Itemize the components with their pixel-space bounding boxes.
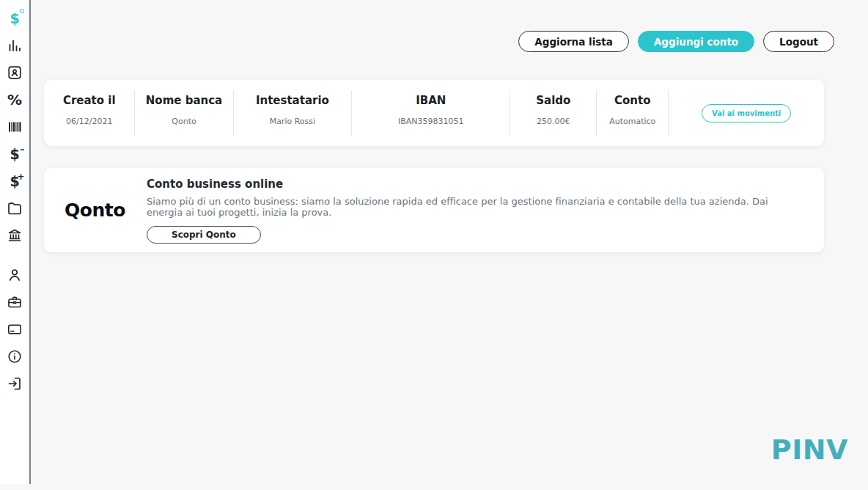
sidebar: $ % $– $+ xyxy=(0,0,31,484)
briefcase-icon[interactable] xyxy=(6,293,23,311)
dollar-sync-icon[interactable]: $ xyxy=(6,10,23,27)
cell-iban: IBAN359831051 xyxy=(398,117,464,126)
barcode-icon[interactable] xyxy=(6,118,23,136)
cell-conto: Automatico xyxy=(609,117,655,126)
qonto-logo: Qonto xyxy=(65,200,126,221)
column-header: Nome banca xyxy=(146,94,222,107)
promo-description: Siamo più di un conto business: siamo la… xyxy=(147,196,803,218)
info-icon[interactable] xyxy=(6,348,23,365)
folder-icon[interactable] xyxy=(6,200,23,217)
column-actions: Vai ai movimenti xyxy=(669,90,824,136)
discover-qonto-button[interactable]: Scopri Qonto xyxy=(147,226,261,244)
pinv-logo: PINV xyxy=(771,434,848,466)
add-account-button[interactable]: Aggiungi conto xyxy=(638,31,754,52)
column-header: IBAN xyxy=(416,94,446,107)
column-conto: Conto Automatico xyxy=(597,90,669,136)
cell-intestatario: Mario Rossi xyxy=(270,117,315,126)
topbar: Aggiorna lista Aggiungi conto Logout xyxy=(31,0,868,52)
column-header: Intestatario xyxy=(256,94,329,107)
refresh-list-button[interactable]: Aggiorna lista xyxy=(518,31,629,52)
accounts-table-row: Creato il 06/12/2021 Nome banca Qonto In… xyxy=(44,80,824,146)
person-icon[interactable] xyxy=(6,266,23,284)
column-creato-il: Creato il 06/12/2021 xyxy=(44,90,135,136)
cell-saldo: 250.00€ xyxy=(537,117,570,126)
bank-icon[interactable] xyxy=(6,227,23,244)
column-nome-banca: Nome banca Qonto xyxy=(135,90,233,136)
percent-icon[interactable]: % xyxy=(6,91,23,109)
promo-title: Conto business online xyxy=(147,178,803,191)
column-iban: IBAN IBAN359831051 xyxy=(352,90,510,136)
qonto-promo-card: Qonto Conto business online Siamo più di… xyxy=(44,168,824,252)
column-header: Creato il xyxy=(63,94,116,107)
logout-button[interactable]: Logout xyxy=(763,31,834,52)
cell-nome-banca: Qonto xyxy=(172,117,196,126)
credit-card-icon[interactable] xyxy=(6,321,23,338)
go-to-movements-button[interactable]: Vai ai movimenti xyxy=(702,104,791,122)
content: Creato il 06/12/2021 Nome banca Qonto In… xyxy=(31,52,868,252)
column-intestatario: Intestatario Mario Rossi xyxy=(234,90,353,136)
dollar-plus-icon[interactable]: $+ xyxy=(6,172,23,190)
bar-chart-icon[interactable] xyxy=(6,37,23,54)
dollar-minus-icon[interactable]: $– xyxy=(6,145,23,163)
exit-icon[interactable] xyxy=(6,375,23,392)
column-header: Conto xyxy=(614,94,650,107)
cell-creato-il: 06/12/2021 xyxy=(66,117,112,126)
column-saldo: Saldo 250.00€ xyxy=(510,90,597,136)
contact-card-icon[interactable] xyxy=(6,64,23,81)
main-area: Aggiorna lista Aggiungi conto Logout Cre… xyxy=(31,0,868,490)
column-header: Saldo xyxy=(536,94,570,107)
